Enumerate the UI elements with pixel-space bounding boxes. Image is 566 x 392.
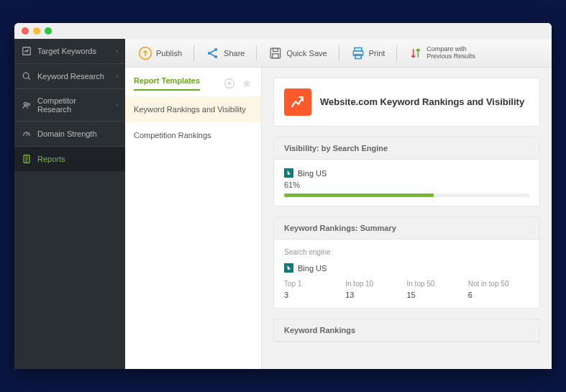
gauge-icon — [22, 129, 32, 139]
svg-rect-10 — [273, 48, 278, 51]
panel-title: Keyword Rankings — [274, 319, 539, 342]
sidebar-label: Target Keywords — [37, 47, 96, 55]
template-item-competition-rankings[interactable]: Competition Rankings — [125, 122, 261, 148]
bing-icon — [284, 263, 293, 273]
stat-top10: In top 10 13 — [345, 280, 406, 299]
close-dot[interactable] — [22, 27, 29, 35]
zoom-dot[interactable] — [45, 27, 52, 35]
engine-name: Bing US — [298, 169, 327, 178]
trend-arrow-icon — [289, 94, 306, 111]
engine-name: Bing US — [298, 264, 327, 273]
button-label: Quick Save — [286, 49, 327, 58]
visibility-panel: Visibility: by Search Engine Bing US 61% — [273, 137, 540, 206]
chart-icon — [22, 46, 32, 56]
svg-point-1 — [23, 73, 29, 78]
quick-save-button[interactable]: Quick Save — [263, 43, 332, 63]
report-templates-panel: Report Templates Keyword Rankings and Vi… — [125, 68, 262, 369]
sidebar-item-competitor-research[interactable]: Competitor Research › — [14, 89, 125, 121]
report-logo — [284, 88, 311, 116]
sidebar-label: Keyword Research — [37, 72, 104, 81]
sidebar-item-keyword-research[interactable]: Keyword Research › — [14, 64, 125, 88]
sidebar-item-domain-strength[interactable]: Domain Strength — [14, 122, 125, 146]
stat-top50: In top 50 15 — [407, 280, 468, 299]
svg-rect-14 — [355, 54, 361, 58]
summary-sub: Search engine — [284, 248, 529, 256]
progress-bar — [284, 193, 529, 197]
compare-icon — [408, 46, 423, 60]
chevron-right-icon: › — [116, 73, 118, 80]
visibility-percent: 61% — [284, 181, 529, 189]
titlebar — [14, 23, 552, 39]
print-icon — [351, 46, 365, 60]
report-header-panel: Website.com Keyword Rankings and Visibil… — [273, 78, 540, 127]
svg-point-3 — [27, 104, 29, 106]
chevron-right-icon: › — [116, 47, 118, 55]
stat-top1: Top 1 3 — [284, 280, 345, 299]
template-item-keyword-rankings[interactable]: Keyword Rankings and Visibility — [125, 96, 261, 122]
document-icon — [22, 154, 32, 164]
panel-title: Visibility: by Search Engine — [274, 137, 539, 160]
panel-title: Keyword Rankings: Summary — [274, 217, 539, 240]
report-title: Website.com Keyword Rankings and Visibil… — [320, 96, 524, 109]
templates-title: Report Templates — [134, 76, 200, 91]
button-label: Compare with Previous Results — [426, 46, 475, 60]
button-label: Publish — [156, 49, 182, 58]
rankings-panel: Keyword Rankings — [273, 319, 540, 342]
sidebar-label: Competitor Research — [37, 96, 110, 114]
summary-panel: Keyword Rankings: Summary Search engine … — [273, 216, 540, 309]
chevron-right-icon: › — [116, 101, 118, 109]
add-template-button[interactable] — [224, 78, 235, 89]
people-icon — [22, 100, 32, 110]
sidebar-item-reports[interactable]: Reports — [14, 147, 125, 171]
minimize-dot[interactable] — [33, 27, 40, 35]
publish-icon — [138, 46, 152, 60]
button-label: Share — [224, 49, 245, 58]
search-icon — [22, 71, 32, 81]
print-button[interactable]: Print — [345, 43, 391, 63]
sidebar-label: Domain Strength — [37, 129, 97, 138]
star-button[interactable] — [241, 78, 252, 89]
save-icon — [268, 46, 283, 60]
share-icon — [206, 46, 220, 60]
stat-not-top50: Not in top 50 6 — [468, 280, 529, 299]
report-area: Website.com Keyword Rankings and Visibil… — [262, 68, 552, 369]
publish-button[interactable]: Publish — [132, 43, 188, 63]
bing-icon — [284, 168, 293, 178]
sidebar-item-target-keywords[interactable]: Target Keywords › — [14, 39, 125, 63]
app-window: Target Keywords › Keyword Research › Com… — [14, 23, 552, 369]
toolbar: Publish Share Quick Save Print — [125, 39, 552, 68]
button-label: Print — [369, 49, 385, 58]
svg-point-2 — [24, 102, 27, 105]
svg-rect-11 — [273, 53, 278, 58]
sidebar-label: Reports — [37, 155, 65, 163]
sidebar: Target Keywords › Keyword Research › Com… — [14, 39, 125, 369]
compare-button[interactable]: Compare with Previous Results — [403, 43, 481, 63]
share-button[interactable]: Share — [200, 43, 250, 63]
